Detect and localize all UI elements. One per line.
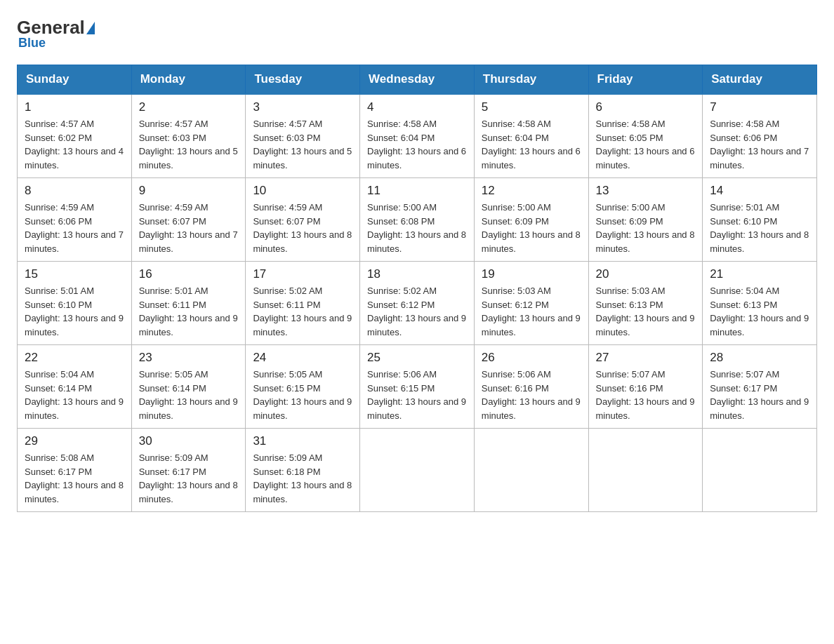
day-info: Sunrise: 4:58 AMSunset: 6:05 PMDaylight:… <box>596 117 696 172</box>
column-header-sunday: Sunday <box>18 65 132 95</box>
day-number: 12 <box>482 184 581 198</box>
day-cell: 29Sunrise: 5:08 AMSunset: 6:17 PMDayligh… <box>18 429 132 512</box>
day-info: Sunrise: 5:00 AMSunset: 6:09 PMDaylight:… <box>482 201 581 255</box>
day-number: 10 <box>253 184 352 198</box>
day-number: 21 <box>710 267 809 281</box>
day-number: 23 <box>139 351 239 365</box>
day-info: Sunrise: 5:01 AMSunset: 6:10 PMDaylight:… <box>25 284 124 339</box>
day-number: 27 <box>596 351 696 365</box>
day-info: Sunrise: 5:02 AMSunset: 6:12 PMDaylight:… <box>367 284 467 339</box>
day-number: 22 <box>25 351 124 365</box>
column-header-thursday: Thursday <box>474 65 588 95</box>
day-number: 8 <box>25 184 124 198</box>
calendar-header-row: SundayMondayTuesdayWednesdayThursdayFrid… <box>18 65 817 95</box>
day-info: Sunrise: 5:05 AMSunset: 6:15 PMDaylight:… <box>253 368 352 422</box>
day-info: Sunrise: 5:03 AMSunset: 6:12 PMDaylight:… <box>482 284 581 339</box>
logo-blue-text: Blue <box>18 36 46 51</box>
day-cell: 9Sunrise: 4:59 AMSunset: 6:07 PMDaylight… <box>131 178 246 262</box>
day-cell <box>474 429 588 512</box>
day-info: Sunrise: 5:01 AMSunset: 6:11 PMDaylight:… <box>139 284 239 339</box>
logo: General Blue <box>17 17 96 51</box>
day-info: Sunrise: 5:04 AMSunset: 6:13 PMDaylight:… <box>710 284 809 339</box>
day-number: 19 <box>482 267 581 281</box>
column-header-wednesday: Wednesday <box>360 65 475 95</box>
day-cell: 21Sunrise: 5:04 AMSunset: 6:13 PMDayligh… <box>703 262 817 345</box>
day-number: 26 <box>482 351 581 365</box>
day-number: 18 <box>367 267 467 281</box>
day-info: Sunrise: 5:03 AMSunset: 6:13 PMDaylight:… <box>596 284 696 339</box>
day-number: 1 <box>25 100 124 114</box>
day-info: Sunrise: 4:59 AMSunset: 6:06 PMDaylight:… <box>25 201 124 255</box>
day-cell: 1Sunrise: 4:57 AMSunset: 6:02 PMDaylight… <box>18 94 132 178</box>
day-number: 20 <box>596 267 696 281</box>
day-info: Sunrise: 4:58 AMSunset: 6:06 PMDaylight:… <box>710 117 809 172</box>
day-cell: 8Sunrise: 4:59 AMSunset: 6:06 PMDaylight… <box>18 178 132 262</box>
day-info: Sunrise: 5:07 AMSunset: 6:17 PMDaylight:… <box>710 368 809 422</box>
day-cell <box>703 429 817 512</box>
day-info: Sunrise: 5:09 AMSunset: 6:18 PMDaylight:… <box>253 451 352 506</box>
day-info: Sunrise: 5:09 AMSunset: 6:17 PMDaylight:… <box>139 451 239 506</box>
day-cell: 11Sunrise: 5:00 AMSunset: 6:08 PMDayligh… <box>360 178 475 262</box>
day-number: 9 <box>139 184 239 198</box>
day-cell <box>360 429 475 512</box>
day-cell: 10Sunrise: 4:59 AMSunset: 6:07 PMDayligh… <box>246 178 360 262</box>
day-number: 16 <box>139 267 239 281</box>
day-cell: 7Sunrise: 4:58 AMSunset: 6:06 PMDaylight… <box>703 94 817 178</box>
day-number: 24 <box>253 351 352 365</box>
day-number: 31 <box>253 434 352 448</box>
day-number: 6 <box>596 100 696 114</box>
day-number: 15 <box>25 267 124 281</box>
day-info: Sunrise: 4:57 AMSunset: 6:02 PMDaylight:… <box>25 117 124 172</box>
day-cell <box>588 429 703 512</box>
week-row-4: 22Sunrise: 5:04 AMSunset: 6:14 PMDayligh… <box>18 345 817 429</box>
logo-triangle-icon <box>86 22 95 34</box>
day-info: Sunrise: 4:57 AMSunset: 6:03 PMDaylight:… <box>139 117 239 172</box>
page-header: General Blue <box>17 17 817 51</box>
column-header-monday: Monday <box>131 65 246 95</box>
day-number: 30 <box>139 434 239 448</box>
day-number: 7 <box>710 100 809 114</box>
day-cell: 17Sunrise: 5:02 AMSunset: 6:11 PMDayligh… <box>246 262 360 345</box>
day-info: Sunrise: 5:00 AMSunset: 6:08 PMDaylight:… <box>367 201 467 255</box>
day-cell: 16Sunrise: 5:01 AMSunset: 6:11 PMDayligh… <box>131 262 246 345</box>
day-info: Sunrise: 5:05 AMSunset: 6:14 PMDaylight:… <box>139 368 239 422</box>
day-cell: 5Sunrise: 4:58 AMSunset: 6:04 PMDaylight… <box>474 94 588 178</box>
day-info: Sunrise: 4:59 AMSunset: 6:07 PMDaylight:… <box>139 201 239 255</box>
day-info: Sunrise: 5:08 AMSunset: 6:17 PMDaylight:… <box>25 451 124 506</box>
day-cell: 22Sunrise: 5:04 AMSunset: 6:14 PMDayligh… <box>18 345 132 429</box>
day-info: Sunrise: 4:58 AMSunset: 6:04 PMDaylight:… <box>482 117 581 172</box>
day-cell: 20Sunrise: 5:03 AMSunset: 6:13 PMDayligh… <box>588 262 703 345</box>
week-row-3: 15Sunrise: 5:01 AMSunset: 6:10 PMDayligh… <box>18 262 817 345</box>
day-info: Sunrise: 5:02 AMSunset: 6:11 PMDaylight:… <box>253 284 352 339</box>
week-row-5: 29Sunrise: 5:08 AMSunset: 6:17 PMDayligh… <box>18 429 817 512</box>
day-cell: 3Sunrise: 4:57 AMSunset: 6:03 PMDaylight… <box>246 94 360 178</box>
day-cell: 15Sunrise: 5:01 AMSunset: 6:10 PMDayligh… <box>18 262 132 345</box>
day-info: Sunrise: 4:59 AMSunset: 6:07 PMDaylight:… <box>253 201 352 255</box>
day-info: Sunrise: 4:58 AMSunset: 6:04 PMDaylight:… <box>367 117 467 172</box>
day-number: 4 <box>367 100 467 114</box>
day-cell: 24Sunrise: 5:05 AMSunset: 6:15 PMDayligh… <box>246 345 360 429</box>
week-row-2: 8Sunrise: 4:59 AMSunset: 6:06 PMDaylight… <box>18 178 817 262</box>
column-header-friday: Friday <box>588 65 703 95</box>
calendar-table: SundayMondayTuesdayWednesdayThursdayFrid… <box>17 65 817 512</box>
day-number: 2 <box>139 100 239 114</box>
day-info: Sunrise: 5:00 AMSunset: 6:09 PMDaylight:… <box>596 201 696 255</box>
day-cell: 18Sunrise: 5:02 AMSunset: 6:12 PMDayligh… <box>360 262 475 345</box>
column-header-tuesday: Tuesday <box>246 65 360 95</box>
day-cell: 14Sunrise: 5:01 AMSunset: 6:10 PMDayligh… <box>703 178 817 262</box>
day-cell: 6Sunrise: 4:58 AMSunset: 6:05 PMDaylight… <box>588 94 703 178</box>
day-number: 3 <box>253 100 352 114</box>
day-cell: 19Sunrise: 5:03 AMSunset: 6:12 PMDayligh… <box>474 262 588 345</box>
day-cell: 31Sunrise: 5:09 AMSunset: 6:18 PMDayligh… <box>246 429 360 512</box>
day-info: Sunrise: 5:04 AMSunset: 6:14 PMDaylight:… <box>25 368 124 422</box>
day-cell: 28Sunrise: 5:07 AMSunset: 6:17 PMDayligh… <box>703 345 817 429</box>
day-cell: 23Sunrise: 5:05 AMSunset: 6:14 PMDayligh… <box>131 345 246 429</box>
day-cell: 25Sunrise: 5:06 AMSunset: 6:15 PMDayligh… <box>360 345 475 429</box>
day-cell: 2Sunrise: 4:57 AMSunset: 6:03 PMDaylight… <box>131 94 246 178</box>
day-number: 14 <box>710 184 809 198</box>
day-cell: 12Sunrise: 5:00 AMSunset: 6:09 PMDayligh… <box>474 178 588 262</box>
day-cell: 30Sunrise: 5:09 AMSunset: 6:17 PMDayligh… <box>131 429 246 512</box>
day-info: Sunrise: 5:06 AMSunset: 6:15 PMDaylight:… <box>367 368 467 422</box>
day-info: Sunrise: 5:06 AMSunset: 6:16 PMDaylight:… <box>482 368 581 422</box>
week-row-1: 1Sunrise: 4:57 AMSunset: 6:02 PMDaylight… <box>18 94 817 178</box>
